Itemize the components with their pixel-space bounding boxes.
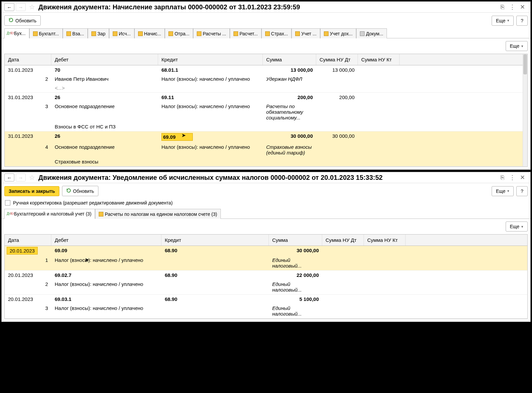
header-sum[interactable]: Сумма [263,54,316,65]
cell-sum: 22 000,00 [269,271,322,280]
header-debit[interactable]: Дебет [51,235,161,246]
cell-nukt [358,65,400,69]
table-row[interactable]: 20.01.2023 69.03.1 68.90 5 100,00 3 Нало… [5,295,527,319]
header-date[interactable]: Дата [5,54,51,65]
cell-debit-account: 69.09 [51,246,161,255]
cell-credit-account: 68.90 [161,246,269,255]
date-value: 20.01.2023 [7,247,38,255]
cell-nudt: 200,00 [316,93,358,102]
refresh-button[interactable]: Обновить [4,15,41,26]
tab-2[interactable]: Вза... [63,28,88,38]
table-row-selected[interactable]: 31.01.2023 26 69.09 ➤ 30 000,00 30 000,0… [5,131,527,166]
more-label: Еще [496,188,506,194]
manual-adjustment-checkbox[interactable] [5,200,10,206]
register-icon [33,31,38,36]
tab-tax-calc[interactable]: Расчеты по налогам на едином налоговом с… [95,209,221,219]
tab-5[interactable]: Начис... [134,28,165,38]
link-icon[interactable]: ⎘ [499,174,506,181]
cell-credit-account: 69.11 [158,93,263,102]
tab-accounting[interactable]: ДтКт Бух... [4,28,29,38]
favorite-star-icon[interactable]: ☆ [28,3,36,11]
accounting-grid: Дата Дебет Кредит Сумма Сумма НУ Дт Сумм… [4,234,528,319]
credit-account-value: 69.09 [161,133,193,141]
grid-header-row: Дата Дебет Кредит Сумма Сумма НУ Дт Сумм… [5,235,527,246]
refresh-button[interactable]: Обновить [62,186,98,196]
nav-forward-button[interactable]: → [16,3,26,11]
table-row[interactable]: 31.01.2023 70 68.01.1 13 000,00 13 000,0… [5,65,527,93]
window-title: Движения документа: Уведомление об исчис… [38,174,495,181]
cell-credit-account: 68.01.1 [158,65,263,74]
tab-1[interactable]: Бухгалт... [29,28,63,38]
header-credit[interactable]: Кредит [161,235,269,246]
tab-7[interactable]: Расчеты ... [193,28,230,38]
cell-date: 31.01.2023 [5,93,38,102]
cell-nudt: 13 000,00 [316,65,358,74]
header-date[interactable]: Дата [5,235,51,246]
header-sum[interactable]: Сумма [269,235,322,246]
register-icon [91,31,96,36]
cell-row-number: 2 [38,280,51,289]
tab-label: Бух... [14,31,26,36]
scrollbar[interactable] [523,54,527,166]
cell-sum: 200,00 [263,93,316,102]
header-nukt[interactable]: Сумма НУ Кт [364,235,406,246]
tab-6[interactable]: Отра... [165,28,193,38]
window-tax-notification-movements: ← → ☆ Движения документа: Уведомление об… [1,172,531,322]
cell-credit-subconto: Налог (взносы): начислено / уплачено [158,102,263,111]
grid-more-button[interactable]: Еще [506,222,528,232]
toolbar: Записать и закрыть Обновить Еще ? [2,183,530,199]
cell-date: 31.01.2023 [5,131,38,140]
more-button[interactable]: Еще [492,186,514,196]
tab-accounting[interactable]: ДтКт Бухгалтерский и налоговый учет (3) [4,209,95,219]
cell-sum: 30 000,00 [263,131,316,140]
table-row[interactable]: 31.01.2023 26 69.11 200,00 200,00 3 Осно… [5,93,527,131]
cell-debit-extra: Взносы в ФСС от НС и ПЗ [51,122,158,131]
close-icon[interactable]: ✕ [519,174,526,181]
header-nukt[interactable]: Сумма НУ Кт [358,54,400,65]
cell-sum: 5 100,00 [269,295,322,304]
tab-3[interactable]: Зар [88,28,109,38]
titlebar: ← → ☆ Движения документа: Начисление зар… [2,2,530,13]
register-icon [99,212,103,217]
close-icon[interactable]: ✕ [519,4,526,10]
register-icon [66,31,71,36]
register-icon [233,31,238,36]
tab-4[interactable]: Исч... [109,28,134,38]
cell-date-active[interactable]: 20.01.2023 [5,246,51,256]
grid-toolbar: Еще [2,38,530,54]
menu-dots-icon[interactable]: ⋮ [509,174,516,181]
tab-12[interactable]: Докум... [356,28,387,38]
menu-dots-icon[interactable]: ⋮ [509,4,516,10]
save-and-close-button[interactable]: Записать и закрыть [4,186,59,196]
nav-back-button[interactable]: ← [4,3,14,11]
header-nudt[interactable]: Сумма НУ Дт [316,54,358,65]
favorite-star-icon[interactable]: ☆ [28,173,36,181]
nav-forward-button[interactable]: → [16,173,26,181]
tab-11[interactable]: Учет дох... [320,28,356,38]
help-button[interactable]: ? [516,16,528,26]
cell-debit-extra: Страховые взносы [51,157,158,166]
header-debit[interactable]: Дебет [51,54,158,65]
scroll-thumb[interactable] [523,54,527,74]
nav-back-button[interactable]: ← [4,173,14,181]
cell-row-number: 1 [38,256,51,265]
grid-body: 20.01.2023 69.09 68.90 30 000,00 1 Налог… [5,246,527,319]
grid-more-label: Еще [510,43,520,49]
more-button[interactable]: Еще [492,16,514,26]
tab-10[interactable]: Учет ... [292,28,320,38]
link-icon[interactable]: ⎘ [499,4,506,10]
table-row[interactable]: 20.01.2023 69.02.7 68.90 22 000,00 2 Нал… [5,271,527,295]
cell-credit-account-active[interactable]: 69.09 ➤ [158,131,263,142]
tab-9[interactable]: Страх... [261,28,292,38]
header-credit[interactable]: Кредит [158,54,263,65]
tab-label: Начис... [144,31,161,36]
tab-label: Отра... [174,31,189,36]
table-row-selected[interactable]: 20.01.2023 69.09 68.90 30 000,00 1 Налог… [5,246,527,271]
cell-credit-account: 68.90 [161,295,269,304]
tab-8[interactable]: Расчет... [230,28,261,38]
header-nudt[interactable]: Сумма НУ Дт [322,235,364,246]
refresh-icon [9,18,13,23]
cell-debit-subconto: Налог (взносы): начислено / уплачено [51,256,161,265]
grid-more-button[interactable]: Еще [506,41,528,51]
help-button[interactable]: ? [516,186,528,196]
